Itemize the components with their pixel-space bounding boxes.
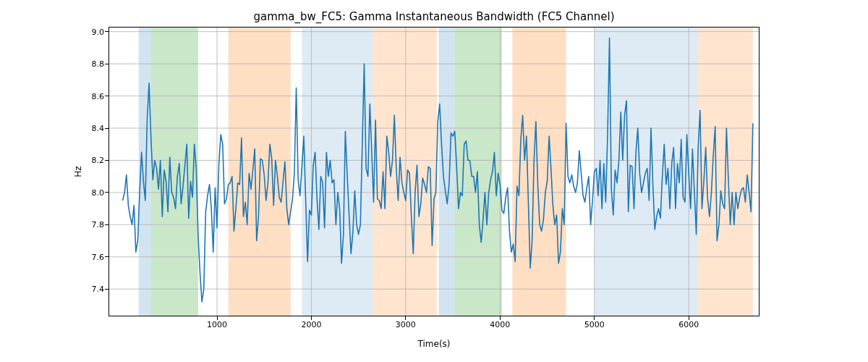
y-tick-label: 8.6 [75, 91, 104, 101]
x-tick-label: 2000 [301, 320, 321, 329]
x-tick-mark [405, 316, 406, 320]
band [302, 27, 311, 316]
y-tick-mark [105, 192, 109, 193]
band [373, 27, 437, 316]
y-tick-mark [105, 289, 109, 290]
x-tick-label: 6000 [678, 320, 699, 329]
figure: gamma_bw_FC5: Gamma Instantaneous Bandwi… [0, 0, 868, 362]
band [151, 27, 198, 316]
y-tick-label: 8.4 [75, 124, 104, 133]
band [512, 27, 566, 316]
chart-title: gamma_bw_FC5: Gamma Instantaneous Bandwi… [0, 10, 868, 23]
y-tick-label: 7.6 [75, 252, 104, 261]
y-tick-label: 7.8 [75, 220, 104, 230]
y-tick-mark [105, 224, 109, 225]
plot-svg [109, 27, 760, 316]
y-tick-mark [105, 160, 109, 161]
y-tick-label: 8.2 [75, 156, 104, 165]
x-tick-label: 3000 [396, 320, 416, 329]
x-tick-mark [594, 316, 595, 320]
x-tick-label: 1000 [207, 320, 227, 329]
x-tick-mark [311, 316, 312, 320]
plot-axes [109, 27, 760, 316]
x-tick-label: 5000 [584, 320, 605, 329]
x-tick-mark [500, 316, 501, 320]
y-tick-mark [105, 128, 109, 129]
y-tick-label: 8.8 [75, 59, 104, 69]
y-axis-label: Hz [73, 166, 83, 177]
y-tick-mark [105, 31, 109, 32]
y-tick-mark [105, 256, 109, 257]
y-tick-label: 9.0 [75, 27, 104, 36]
y-tick-label: 7.4 [75, 285, 104, 294]
y-tick-mark [105, 96, 109, 96]
y-tick-label: 8.0 [75, 188, 104, 197]
x-tick-mark [689, 316, 689, 320]
x-tick-mark [217, 316, 218, 320]
x-axis-label: Time(s) [418, 339, 451, 349]
y-tick-mark [105, 64, 109, 64]
background-bands [139, 27, 753, 316]
band [439, 27, 455, 316]
x-tick-label: 4000 [490, 320, 510, 329]
